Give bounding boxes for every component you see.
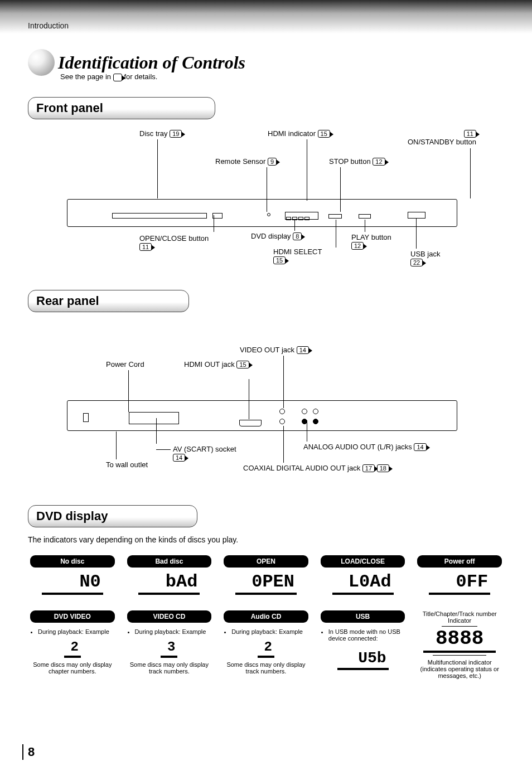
rear-panel-diagram: VIDEO OUT jack 14 Power Cord HDMI OUT ja… <box>28 322 504 489</box>
play-button-icon <box>359 214 371 219</box>
audio-out-r2-icon <box>313 419 318 424</box>
remote-sensor-icon <box>267 213 270 216</box>
callout-av-scart: AV (SCART) socket 14 <box>173 445 236 462</box>
callout-to-wall: To wall outlet <box>106 460 148 469</box>
page-title-row: Identification of Controls <box>28 49 504 76</box>
page-ref-icon <box>113 74 122 81</box>
dvd-unit-rear <box>67 400 457 431</box>
disp-video-cd: VIDEO CD During playback: Example 3 Some… <box>125 610 214 675</box>
disp-usb: USB In USB mode with no USB device conne… <box>318 610 408 670</box>
display-grid-row2: DVD VIDEO During playback: Example 2 Som… <box>28 610 504 679</box>
front-panel-diagram: Disc tray 19 HDMI indicator 15 11 ON/STA… <box>28 129 504 274</box>
callout-coax: COAXIAL DIGITAL AUDIO OUT jack 17 18 <box>243 464 389 473</box>
audio-out-l-icon <box>302 409 307 414</box>
callout-analog-lr: ANALOG AUDIO OUT (L/R) jacks 14 <box>303 443 427 452</box>
dvd-display-intro: The indicators vary depending on the kin… <box>28 535 504 544</box>
callout-hdmi-out: HDMI OUT jack 15 <box>184 360 249 369</box>
rear-panel-heading: Rear panel <box>28 290 189 312</box>
disp-audio-cd: Audio CD During playback: Example 2 Some… <box>221 610 311 675</box>
video-out-icon <box>279 409 285 414</box>
dvd-display-heading: DVD display <box>28 505 197 527</box>
disp-load-close: LOAD/CLOSE L0Ad <box>318 555 408 595</box>
callout-play-button: PLAY button 12 <box>351 233 391 250</box>
hdmi-select-icon <box>328 214 342 219</box>
callout-on-standby: 11 ON/STANDBY button <box>408 129 476 147</box>
page-number: 8 <box>22 744 35 760</box>
page-title: Identification of Controls <box>58 52 245 73</box>
callout-open-close: OPEN/CLOSE button 11 <box>139 234 209 251</box>
disp-open: OPEN 0PEN <box>221 555 311 595</box>
disp-bad-disc: Bad disc bAd <box>125 555 214 595</box>
hdmi-out-icon <box>239 420 262 426</box>
callout-video-out: VIDEO OUT jack 14 <box>240 346 309 355</box>
audio-out-r-icon <box>313 409 318 414</box>
callout-hdmi-select: HDMI SELECT 15 <box>273 248 322 265</box>
disp-no-disc: No disc N0 <box>28 555 117 595</box>
callout-disc-tray: Disc tray 19 <box>139 129 182 138</box>
disp-power-off: Power off 0FF <box>415 555 504 595</box>
callout-hdmi-indicator: HDMI indicator 15 <box>268 129 330 138</box>
callout-power-cord: Power Cord <box>106 360 144 368</box>
callout-remote-sensor: Remote Sensor 9 <box>215 157 277 166</box>
scart-socket-icon <box>129 412 179 424</box>
dvd-display-icon <box>285 212 318 220</box>
disc-tray-icon <box>112 213 207 219</box>
see-details-note: See the page in for details. <box>60 72 504 81</box>
coax-out-icon <box>279 419 285 424</box>
callout-dvd-display: DVD display 8 <box>251 232 302 241</box>
sphere-icon <box>28 49 55 76</box>
power-cord-icon <box>83 413 89 422</box>
callout-stop-button: STOP button 12 <box>329 157 385 166</box>
callout-usb-jack: USB jack 22 <box>410 250 440 267</box>
usb-jack-icon <box>408 212 425 219</box>
disp-title-indicator: Title/Chapter/Track number Indicator 888… <box>415 610 504 679</box>
disp-dvd-video: DVD VIDEO During playback: Example 2 Som… <box>28 610 117 675</box>
dvd-unit-front <box>67 199 457 227</box>
display-grid-row1: No disc N0 Bad disc bAd OPEN 0PEN LOAD/C… <box>28 555 504 595</box>
front-panel-heading: Front panel <box>28 97 215 119</box>
breadcrumb: Introduction <box>28 21 69 30</box>
